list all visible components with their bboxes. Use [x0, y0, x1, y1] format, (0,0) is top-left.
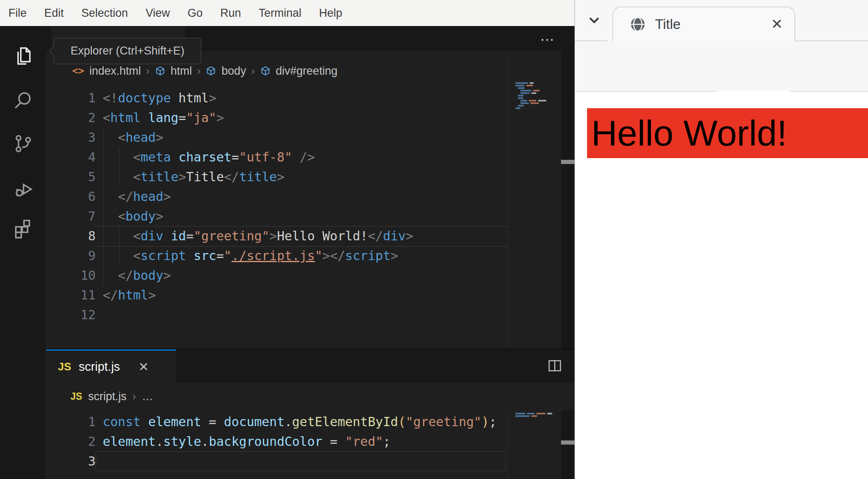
- js-file-icon: JS: [70, 391, 82, 402]
- js-file-icon: JS: [58, 360, 71, 373]
- line-number: 11: [46, 285, 96, 305]
- chevron-right-icon: ›: [197, 65, 201, 78]
- extensions-icon[interactable]: [0, 206, 46, 250]
- menu-item-help[interactable]: Help: [319, 7, 343, 20]
- menu-item-terminal[interactable]: Terminal: [259, 7, 301, 20]
- symbol-cube-icon: [155, 65, 166, 76]
- code-line[interactable]: 1<!doctype html>: [46, 88, 562, 108]
- symbol-cube-icon: [260, 65, 271, 76]
- code-line[interactable]: 11</html>: [46, 285, 562, 305]
- breadcrumb-div-seg[interactable]: div#greeting: [276, 65, 338, 78]
- code-line[interactable]: 2<html lang="ja">: [46, 108, 562, 128]
- chevron-right-icon: ›: [251, 65, 255, 78]
- tab-title: Title: [655, 16, 681, 32]
- minimap[interactable]: [507, 410, 561, 479]
- html-editor[interactable]: 1<!doctype html>2<html lang="ja">3 <head…: [46, 88, 562, 325]
- scrollbar-track[interactable]: [561, 410, 575, 479]
- line-number: 3: [46, 451, 96, 471]
- code-line[interactable]: 3: [46, 451, 562, 471]
- explorer-tooltip: Explorer (Ctrl+Shift+E): [54, 38, 201, 64]
- code-line[interactable]: 2element.style.backgroundColor = "red";: [46, 432, 562, 451]
- menu-item-edit[interactable]: Edit: [44, 7, 64, 20]
- search-icon[interactable]: [0, 78, 46, 122]
- source-control-icon[interactable]: [0, 122, 46, 165]
- tab-search-chevron-down-icon[interactable]: [586, 12, 603, 29]
- code-line[interactable]: 4 <meta charset="utf-8" />: [46, 147, 562, 167]
- explorer-files-icon[interactable]: [0, 34, 46, 78]
- browser-page-content: Hello World!: [575, 91, 868, 479]
- code-line[interactable]: 3 <head>: [46, 128, 562, 147]
- breadcrumb-html-seg[interactable]: html: [171, 65, 192, 78]
- run-debug-icon[interactable]: [0, 167, 46, 211]
- line-number: 4: [46, 147, 96, 167]
- symbol-cube-icon: [205, 65, 216, 76]
- code-line[interactable]: 10 </body>: [46, 266, 562, 285]
- code-line[interactable]: 5 <title>Title</title>: [46, 167, 562, 187]
- line-number: 7: [46, 206, 96, 226]
- scrollbar-slider[interactable]: [561, 440, 575, 445]
- globe-icon: [629, 16, 647, 33]
- code-line[interactable]: 9 <script src="./script.js"></script>: [46, 246, 562, 266]
- line-number: 1: [46, 412, 96, 432]
- browser-toolbar: ファイル /home/u: [575, 41, 868, 91]
- line-number: 5: [46, 167, 96, 187]
- close-icon[interactable]: ✕: [771, 16, 783, 32]
- menu-item-file[interactable]: File: [8, 7, 27, 20]
- breadcrumb-more[interactable]: …: [142, 390, 153, 403]
- tab-script-js[interactable]: JS script.js ✕: [46, 349, 176, 383]
- line-number: 2: [46, 432, 96, 451]
- line-number: 8: [46, 226, 96, 246]
- code-line[interactable]: 7 <body>: [46, 206, 562, 226]
- line-number: 2: [46, 108, 96, 128]
- html-file-icon: <>: [72, 65, 84, 77]
- activity-bar: [0, 26, 46, 479]
- breadcrumb-file[interactable]: script.js: [88, 390, 127, 403]
- tab-bar-js: JS script.js ✕ ⋯: [46, 349, 574, 383]
- menu-item-view[interactable]: View: [146, 7, 170, 20]
- menu-item-run[interactable]: Run: [220, 7, 241, 20]
- chevron-right-icon: ›: [133, 390, 136, 403]
- code-line[interactable]: 12: [46, 305, 562, 325]
- more-actions-icon[interactable]: ⋯: [540, 31, 555, 48]
- line-number: 1: [46, 88, 96, 108]
- chevron-right-icon: ›: [146, 65, 150, 78]
- js-editor[interactable]: 1const element = document.getElementById…: [46, 412, 562, 471]
- split-editor-icon[interactable]: [547, 358, 562, 373]
- breadcrumb-file[interactable]: index.html: [89, 65, 141, 78]
- line-number: 10: [46, 266, 96, 285]
- minimap[interactable]: [507, 51, 561, 349]
- screen: FileEditSelectionViewGoRunTerminalHelp ⋯…: [0, 0, 868, 479]
- menu-item-go[interactable]: Go: [187, 7, 203, 20]
- line-number: 9: [46, 246, 96, 266]
- code-line[interactable]: 1const element = document.getElementById…: [46, 412, 562, 432]
- breadcrumb-body-seg[interactable]: body: [221, 65, 246, 78]
- browser-tab[interactable]: Title ✕: [613, 7, 795, 41]
- line-number: 12: [46, 305, 96, 325]
- menu-item-selection[interactable]: Selection: [81, 7, 128, 20]
- tab-label: script.js: [79, 360, 120, 374]
- code-line[interactable]: 6 </head>: [46, 187, 562, 206]
- breadcrumb: JS script.js › …: [46, 383, 574, 410]
- line-number: 6: [46, 187, 96, 206]
- menubar: FileEditSelectionViewGoRunTerminalHelp: [0, 0, 574, 26]
- greeting-banner: Hello World!: [587, 108, 868, 158]
- line-number: 3: [46, 128, 96, 147]
- code-line[interactable]: 8 <div id="greeting">Hello World!</div>: [46, 226, 562, 246]
- scrollbar-slider[interactable]: [561, 160, 575, 164]
- scrollbar-track[interactable]: [561, 51, 575, 349]
- browser-tab-strip: Title ✕: [575, 0, 868, 41]
- close-icon[interactable]: ✕: [138, 359, 149, 374]
- browser-window: Title ✕ ファイル /home/u: [574, 0, 868, 479]
